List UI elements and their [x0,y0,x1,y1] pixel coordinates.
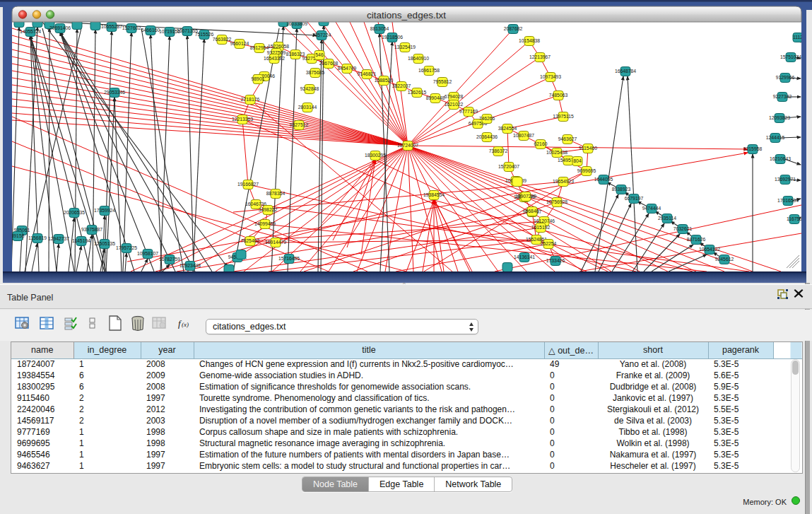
svg-text:18640910: 18640910 [408,56,429,61]
svg-text:8912954: 8912954 [250,45,269,50]
svg-text:98901: 98901 [252,76,265,81]
svg-text:8990448: 8990448 [426,95,445,100]
svg-text:18907249: 18907249 [515,194,536,199]
svg-text:14136141: 14136141 [514,255,535,259]
svg-text:citations_edges.txt: citations_edges.txt [367,10,446,21]
svg-text:17957225: 17957225 [116,245,137,250]
svg-text:2803144: 2803144 [298,105,317,110]
svg-text:746266: 746266 [479,116,495,121]
svg-text:10654122: 10654122 [699,247,720,252]
svg-text:10958107: 10958107 [137,251,158,256]
svg-text:18300295: 18300295 [365,153,386,158]
svg-text:6794028: 6794028 [445,94,464,99]
svg-text:1644095: 1644095 [594,177,613,182]
svg-text:252254: 252254 [541,241,557,246]
svg-text:3824554: 3824554 [498,126,517,131]
svg-text:7625402: 7625402 [241,238,260,243]
svg-text:8878354: 8878354 [266,191,286,196]
svg-text:9242848: 9242848 [300,86,319,91]
svg-text:17016504: 17016504 [777,198,799,203]
svg-text:10655287: 10655287 [101,24,122,29]
svg-text:7515526: 7515526 [195,32,214,37]
svg-text:1244415: 1244415 [766,135,785,140]
svg-text:20206535: 20206535 [64,210,85,215]
svg-text:16961758: 16961758 [418,68,440,73]
svg-text:8454749: 8454749 [338,66,357,71]
svg-text:3875685: 3875685 [306,70,325,75]
svg-text:16210643: 16210643 [770,156,791,161]
svg-text:12942737: 12942737 [48,236,69,241]
svg-text:17359924: 17359924 [94,208,115,213]
svg-text:13325419: 13325419 [394,45,416,49]
svg-text:13692971: 13692971 [775,177,796,182]
svg-text:29053346: 29053346 [104,90,125,95]
svg-text:7663822: 7663822 [213,37,232,42]
svg-text:13975115: 13975115 [553,114,574,119]
svg-text:9699695: 9699695 [577,168,596,173]
svg-text:1615192: 1615192 [531,225,551,230]
svg-text:1588520: 1588520 [375,78,394,83]
svg-text:7386372: 7386372 [489,148,508,153]
svg-text:10756928: 10756928 [546,199,567,204]
svg-text:62160: 62160 [534,141,548,146]
svg-text:19218506: 19218506 [382,35,403,40]
svg-text:1733426: 1733426 [546,258,565,263]
svg-text:7485063: 7485063 [549,93,568,98]
svg-text:3498222: 3498222 [259,207,278,212]
svg-text:1527602: 1527602 [122,25,141,30]
svg-text:15751074: 15751074 [780,54,801,59]
svg-text:8471626: 8471626 [687,237,706,242]
svg-text:546: 546 [315,52,324,57]
svg-text:7632621: 7632621 [673,226,693,231]
svg-text:8938923: 8938923 [612,187,631,192]
svg-text:9463627: 9463627 [558,136,577,141]
svg-text:8813054: 8813054 [370,26,389,31]
svg-text:19384554: 19384554 [423,192,445,197]
svg-text:15716485: 15716485 [278,256,300,261]
svg-text:39158: 39158 [11,233,25,238]
svg-text:12505135: 12505135 [94,241,115,246]
svg-text:3822037: 3822037 [392,83,411,88]
svg-text:1156819: 1156819 [28,235,47,240]
svg-text:2087682: 2087682 [504,26,523,31]
svg-text:10025438: 10025438 [546,150,567,155]
svg-text:15720407: 15720407 [498,164,519,169]
svg-text:2367608: 2367608 [319,61,339,66]
svg-text:16648784: 16648784 [615,69,636,74]
svg-text:9660124: 9660124 [230,41,249,46]
svg-text:8215958: 8215958 [743,146,763,151]
svg-text:20691406: 20691406 [49,25,71,30]
svg-text:16543382: 16543382 [264,56,285,61]
svg-text:7357224: 7357224 [312,33,331,37]
svg-text:19166827: 19166827 [237,182,259,187]
svg-text:96840: 96840 [526,209,539,214]
svg-text:2718176: 2718176 [241,97,260,102]
svg-text:1621022: 1621022 [445,102,464,107]
svg-text:16782759: 16782759 [159,257,180,262]
svg-text:9227342: 9227342 [773,94,792,99]
svg-text:9327512: 9327512 [290,122,309,127]
svg-text:9245612: 9245612 [715,257,734,262]
svg-text:9115460: 9115460 [579,146,597,151]
svg-text:12213967: 12213967 [529,54,551,59]
svg-text:12093823: 12093823 [769,115,790,120]
svg-text:1362615: 1362615 [408,90,427,95]
svg-text:6466160: 6466160 [141,28,160,33]
svg-text:14099459: 14099459 [254,221,276,226]
svg-text:10154838: 10154838 [519,38,540,43]
svg-text:9146821: 9146821 [358,71,377,76]
svg-text:1145194: 1145194 [72,238,90,243]
svg-text:9777169: 9777169 [459,109,478,114]
svg-text:116753: 116753 [787,216,802,221]
svg-text:9474444: 9474444 [642,206,661,211]
svg-text:12213363: 12213363 [232,117,253,122]
svg-text:804: 804 [573,158,582,163]
svg-text:9129966: 9129966 [776,75,795,80]
svg-text:(x): (x) [182,321,189,328]
svg-text:10973493: 10973493 [540,74,561,79]
svg-text:2935114: 2935114 [658,216,676,221]
svg-text:14055724: 14055724 [20,29,41,34]
svg-text:12923448: 12923448 [180,263,201,268]
svg-text:20364436: 20364436 [476,134,498,139]
svg-text:7955812: 7955812 [433,79,452,84]
